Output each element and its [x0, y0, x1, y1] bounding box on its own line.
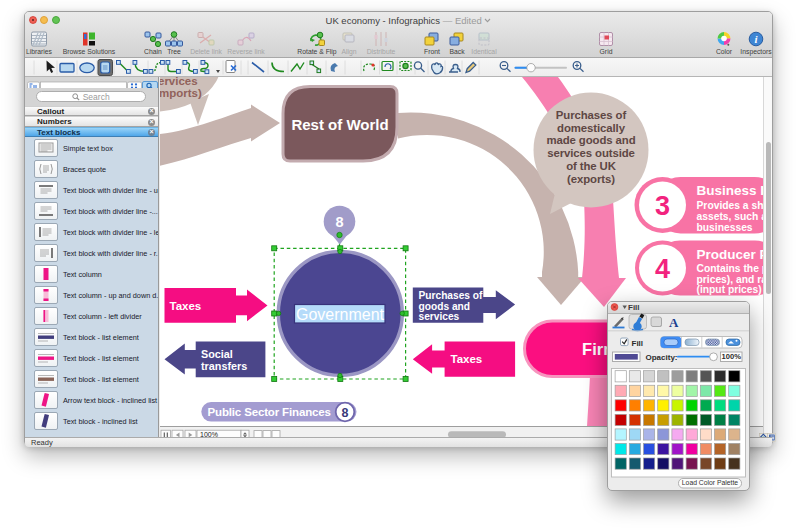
- svg-text:ervices: ervices: [160, 77, 198, 87]
- svg-text:Business In: Business In: [697, 183, 764, 198]
- svg-text:of the UK: of the UK: [566, 160, 617, 172]
- svg-text:Load Color Palette: Load Color Palette: [682, 479, 739, 486]
- svg-text:A: A: [669, 315, 679, 330]
- svg-text:8: 8: [342, 406, 349, 420]
- svg-text:mports): mports): [160, 87, 202, 99]
- svg-text:100%: 100%: [721, 352, 741, 361]
- svg-text:goods and: goods and: [419, 301, 471, 312]
- svg-text:Provides a short: Provides a short: [697, 200, 764, 211]
- svg-text:(input prices): (input prices): [697, 284, 762, 295]
- svg-text:services: services: [419, 311, 460, 322]
- svg-text:prices), and raw: prices), and raw: [697, 274, 764, 285]
- svg-text:Government: Government: [296, 306, 385, 323]
- svg-text:assets, such as: assets, such as: [697, 211, 764, 222]
- svg-text:Opacity:: Opacity:: [646, 353, 678, 362]
- svg-text:Taxes: Taxes: [170, 300, 202, 312]
- svg-text:Producer Pr: Producer Pr: [697, 247, 764, 262]
- svg-text:domestically: domestically: [557, 122, 626, 134]
- svg-text:Purchases of: Purchases of: [556, 109, 627, 121]
- svg-text:Social: Social: [201, 348, 233, 360]
- svg-text:transfers: transfers: [201, 360, 247, 372]
- svg-text:services outside: services outside: [547, 147, 635, 159]
- svg-text:4: 4: [655, 254, 670, 284]
- svg-text:8: 8: [335, 214, 343, 230]
- svg-text:Contains the pri: Contains the pri: [697, 263, 764, 274]
- svg-text:Fill: Fill: [628, 303, 640, 312]
- svg-text:Purchases of: Purchases of: [419, 290, 484, 301]
- svg-text:Fill: Fill: [632, 339, 644, 348]
- svg-text:(exports): (exports): [567, 173, 615, 185]
- svg-text:Taxes: Taxes: [451, 353, 483, 365]
- svg-text:Public Sector Finances: Public Sector Finances: [208, 406, 331, 418]
- svg-text:Rest of World: Rest of World: [291, 116, 388, 133]
- svg-text:businesses: businesses: [697, 222, 753, 233]
- svg-text:3: 3: [655, 191, 670, 221]
- svg-text:made goods and: made goods and: [546, 134, 635, 146]
